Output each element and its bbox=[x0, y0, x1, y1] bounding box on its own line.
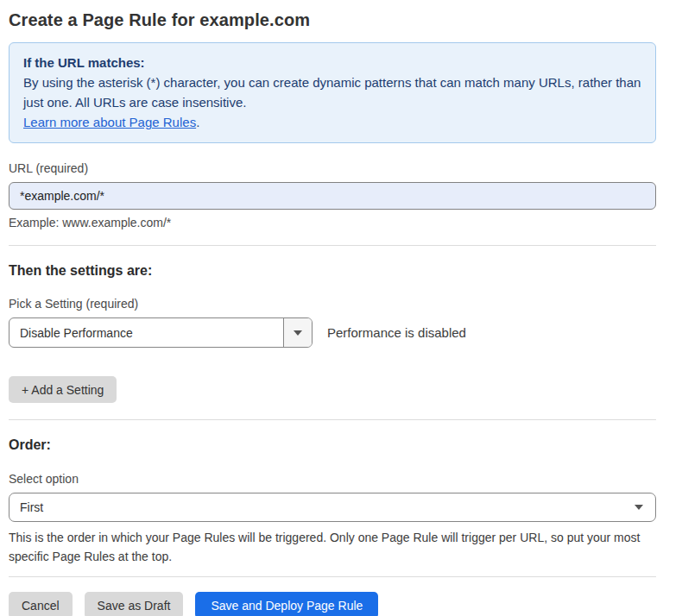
page-rule-form: Create a Page Rule for example.com If th… bbox=[9, 10, 656, 616]
setting-select[interactable]: Disable Performance bbox=[9, 317, 313, 348]
cancel-button[interactable]: Cancel bbox=[9, 592, 73, 616]
setting-row: Disable Performance Performance is disab… bbox=[9, 317, 656, 348]
chevron-down-icon bbox=[635, 505, 643, 510]
save-and-deploy-button[interactable]: Save and Deploy Page Rule bbox=[195, 592, 378, 616]
url-example-text: Example: www.example.com/* bbox=[9, 216, 656, 229]
url-match-info-box: If the URL matches: By using the asteris… bbox=[9, 42, 656, 143]
url-label: URL (required) bbox=[9, 161, 656, 175]
order-select[interactable]: First bbox=[9, 493, 656, 522]
save-as-draft-button[interactable]: Save as Draft bbox=[85, 592, 184, 616]
info-box-heading: If the URL matches: bbox=[23, 53, 641, 72]
info-box-link-line: Learn more about Page Rules. bbox=[23, 112, 641, 132]
divider bbox=[9, 245, 656, 246]
add-setting-button[interactable]: + Add a Setting bbox=[9, 376, 117, 403]
order-heading: Order: bbox=[9, 437, 656, 453]
chevron-down-icon bbox=[294, 330, 302, 336]
setting-status-text: Performance is disabled bbox=[327, 325, 466, 340]
order-help-text: This is the order in which your Page Rul… bbox=[9, 528, 652, 566]
pick-setting-label: Pick a Setting (required) bbox=[9, 297, 656, 311]
form-actions: Cancel Save as Draft Save and Deploy Pag… bbox=[9, 592, 656, 616]
setting-select-caret-button[interactable] bbox=[283, 318, 312, 347]
settings-heading: Then the settings are: bbox=[9, 263, 656, 279]
info-box-body: By using the asterisk (*) character, you… bbox=[23, 72, 641, 112]
page-title: Create a Page Rule for example.com bbox=[9, 10, 656, 30]
link-period: . bbox=[196, 115, 199, 129]
url-input[interactable] bbox=[9, 182, 656, 210]
setting-select-value: Disable Performance bbox=[9, 318, 283, 347]
order-select-value: First bbox=[20, 500, 635, 514]
order-select-label: Select option bbox=[9, 472, 656, 486]
learn-more-link[interactable]: Learn more about Page Rules bbox=[23, 115, 196, 129]
divider bbox=[9, 576, 656, 577]
divider bbox=[9, 419, 656, 420]
